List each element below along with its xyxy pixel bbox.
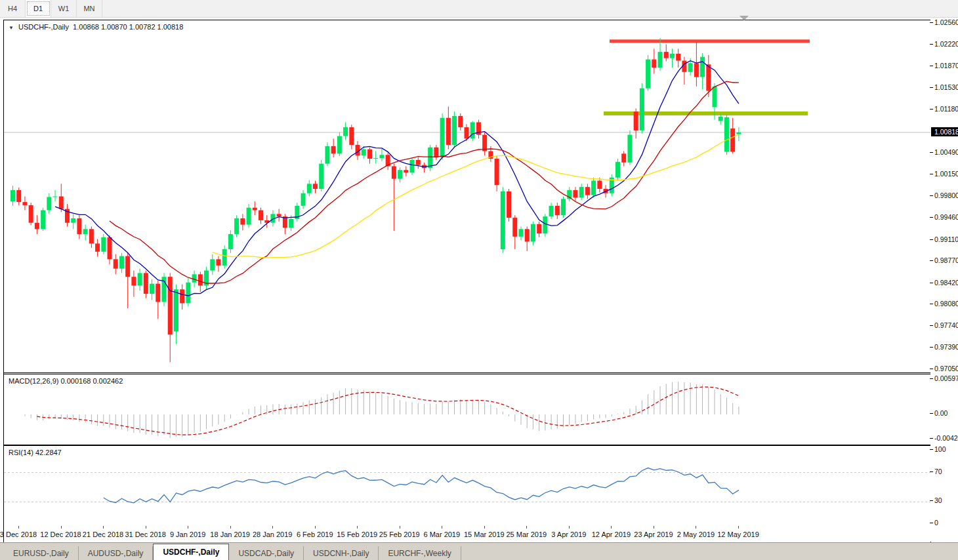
- mt4-terminal: { "toolbar": { "timeframes": [ {"label":…: [0, 0, 958, 560]
- macd-canvas[interactable]: [4, 374, 930, 445]
- rsi-value: 42.2847: [35, 449, 62, 456]
- chart-tab-usdcnh-daily[interactable]: USDCNH-,Daily: [304, 546, 379, 560]
- price-tick: [930, 239, 933, 240]
- chart-tab-audusd-daily[interactable]: AUDUSD-,Daily: [79, 546, 154, 560]
- scroll-end-marker-icon[interactable]: [739, 16, 749, 20]
- macd-tick: [930, 438, 933, 439]
- date-axis[interactable]: 3 Dec 201812 Dec 201821 Dec 201831 Dec 2…: [4, 526, 930, 542]
- date-label: 6 Mar 2019: [423, 530, 460, 538]
- price-tick: [930, 217, 933, 218]
- rsi-label: 0: [934, 519, 958, 527]
- date-label: 25 Mar 2019: [506, 530, 547, 538]
- timeframe-d1-button[interactable]: D1: [26, 0, 51, 17]
- date-tick: [484, 526, 485, 529]
- date-tick: [18, 526, 19, 529]
- price-tick: [930, 369, 933, 369]
- date-label: 31 Dec 2018: [125, 530, 165, 538]
- price-label: 1.02220: [934, 40, 958, 48]
- macd-title: MACD(12,26,9) 0.000168 0.002462: [9, 377, 123, 385]
- chart-tab-usdcad-daily[interactable]: USDCAD-,Daily: [229, 546, 304, 560]
- date-label: 12 Apr 2019: [592, 530, 631, 538]
- rsi-tick: [930, 471, 933, 472]
- date-label: 2 May 2019: [677, 530, 715, 538]
- date-tick: [654, 526, 654, 529]
- date-label: 3 Apr 2019: [551, 530, 586, 538]
- date-label: 21 Dec 2018: [83, 530, 123, 538]
- macd-label: -0.004243: [934, 434, 958, 442]
- date-label: 28 Jan 2019: [253, 530, 293, 538]
- price-label: 0.98420: [934, 279, 958, 287]
- rsi-canvas[interactable]: [4, 446, 930, 526]
- chart-title: ▼ USDCHF-,Daily 1.00868 1.00870 1.00782 …: [9, 23, 183, 31]
- date-tick: [188, 526, 188, 529]
- date-label: 3 Dec 2018: [0, 530, 37, 538]
- timeframe-mn-button[interactable]: MN: [77, 0, 102, 17]
- date-tick: [400, 526, 400, 529]
- price-tick: [930, 109, 933, 110]
- timeframe-h4-button[interactable]: H4: [0, 0, 26, 17]
- date-tick: [315, 526, 316, 529]
- date-tick: [230, 526, 231, 529]
- macd-tick: [930, 378, 933, 379]
- date-tick: [442, 526, 442, 529]
- price-tick: [930, 195, 933, 196]
- date-label: 15 Mar 2019: [464, 530, 505, 538]
- timeframe-toolbar: H4D1W1MN: [0, 0, 958, 18]
- current-price-badge: 1.00818: [931, 127, 958, 136]
- date-tick: [696, 526, 696, 529]
- price-label: 0.98080: [934, 300, 958, 308]
- chart-tab-eurusd-daily[interactable]: EURUSD-,Daily: [4, 546, 79, 560]
- value-axis-column[interactable]: 1.00818 1.025601.022201.018701.015301.01…: [930, 20, 958, 542]
- rsi-label: RSI(14): [9, 449, 33, 456]
- price-label: 1.01870: [934, 62, 958, 70]
- price-label: 1.01180: [934, 105, 958, 113]
- price-tick: [930, 22, 933, 23]
- date-label: 18 Jan 2019: [210, 530, 250, 538]
- price-label: 0.99110: [934, 235, 958, 243]
- date-label: 23 Apr 2019: [634, 530, 673, 538]
- price-tick: [930, 283, 933, 283]
- rsi-tick: [930, 523, 933, 523]
- rsi-tick: [930, 449, 933, 450]
- date-label: 12 May 2019: [717, 530, 759, 538]
- rsi-title: RSI(14) 42.2847: [9, 449, 62, 456]
- timeframe-w1-button[interactable]: W1: [51, 0, 77, 17]
- date-tick: [61, 526, 62, 529]
- chart-tab-usdchf-daily[interactable]: USDCHF-,Daily: [153, 544, 229, 560]
- rsi-label: 100: [934, 445, 958, 453]
- date-label: 6 Feb 2019: [297, 530, 333, 538]
- price-label: 0.97390: [934, 343, 958, 351]
- price-label: 0.97740: [934, 321, 958, 329]
- price-label: 1.00150: [934, 170, 958, 178]
- chart-ohlc-values: 1.00868 1.00870 1.00782 1.00818: [73, 23, 183, 31]
- date-label: 15 Feb 2019: [337, 530, 377, 538]
- price-label: 1.01530: [934, 83, 958, 91]
- price-tick: [930, 44, 933, 45]
- price-panel[interactable]: ▼ USDCHF-,Daily 1.00868 1.00870 1.00782 …: [4, 20, 930, 373]
- macd-label: 0.00597: [934, 374, 958, 382]
- price-tick: [930, 260, 933, 261]
- chart-tab-bar: EURUSD-,DailyAUDUSD-,DailyUSDCHF-,DailyU…: [0, 542, 958, 560]
- macd-panel[interactable]: MACD(12,26,9) 0.000168 0.002462: [4, 374, 930, 445]
- chart-tab-eurchf-weekly[interactable]: EURCHF-,Weekly: [379, 546, 461, 560]
- price-tick: [930, 174, 933, 174]
- chart-symbol-label: USDCHF-,Daily: [18, 23, 69, 31]
- date-tick: [357, 526, 358, 529]
- rsi-label: 70: [934, 468, 958, 475]
- timeframe-buttons: H4D1W1MN: [0, 0, 102, 17]
- rsi-tick: [930, 500, 933, 501]
- price-tick: [930, 87, 933, 88]
- date-tick: [103, 526, 104, 529]
- chart-window[interactable]: ▼ USDCHF-,Daily 1.00868 1.00870 1.00782 …: [3, 20, 931, 543]
- date-tick: [146, 526, 146, 529]
- price-tick: [930, 304, 933, 304]
- date-label: 12 Dec 2018: [40, 530, 81, 538]
- date-tick: [611, 526, 612, 529]
- price-chart-canvas[interactable]: [4, 20, 930, 372]
- price-tick: [930, 347, 933, 348]
- price-label: 0.99460: [934, 213, 958, 221]
- price-label: 0.99800: [934, 191, 958, 199]
- date-tick: [272, 526, 273, 529]
- price-tick: [930, 152, 933, 153]
- rsi-panel[interactable]: RSI(14) 42.2847: [4, 445, 930, 527]
